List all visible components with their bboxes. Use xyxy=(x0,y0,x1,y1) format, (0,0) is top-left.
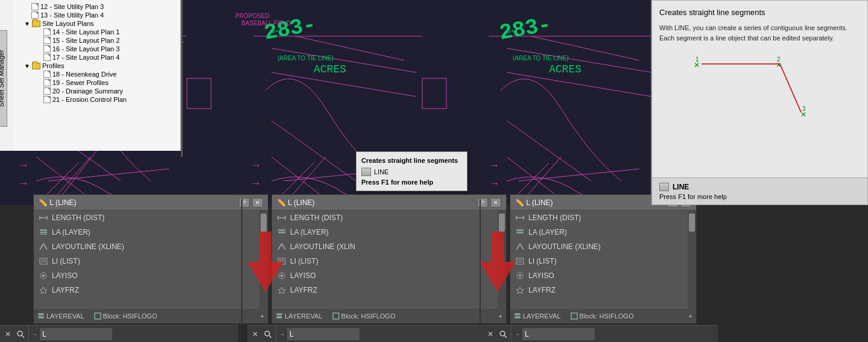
item-12-label: 12 - Site Utility Plan 3 xyxy=(40,3,104,10)
scrollbar-middle[interactable] xyxy=(498,211,506,309)
sidebar-item-15[interactable]: 15 - Site Layout Plan 2 xyxy=(13,36,181,45)
footer-plus-right[interactable]: + xyxy=(689,312,692,320)
svg-line-112 xyxy=(269,335,271,338)
footer-block-text-right: Block: HSIFLOGO xyxy=(580,312,634,320)
list-label-middle: LI (LIST) xyxy=(290,257,318,265)
cmd-item-layiso-right[interactable]: LAYISO xyxy=(510,268,696,283)
cmd-close-btn-middle[interactable]: ✕ xyxy=(490,198,501,207)
cmd-item-layfrz-left[interactable]: LAYFRZ xyxy=(34,283,268,297)
sidebar-item-18[interactable]: 18 - Nesenkeag Drive xyxy=(13,70,181,78)
cmd-item-length-right[interactable]: LENGTH (DIST) xyxy=(510,211,696,225)
cmd-help-btn-middle[interactable]: ? xyxy=(477,198,488,207)
svg-text:283-: 283- xyxy=(262,12,318,45)
layiso-label-right: LAYISO xyxy=(528,271,554,280)
svg-rect-64 xyxy=(38,313,44,315)
svg-line-24 xyxy=(507,121,591,181)
sidebar-item-16[interactable]: 16 - Site Layout Plan 3 xyxy=(13,45,181,53)
cmd-bar-search-icon-left[interactable] xyxy=(15,329,26,340)
footer-layereval-text-right: LAYEREVAL xyxy=(523,312,561,320)
cmd-item-layer-right[interactable]: LA (LAYER) xyxy=(510,225,696,239)
svg-rect-65 xyxy=(38,316,44,318)
help-diagram-svg: 1 ✕ 2 ✕ 3 ✕ xyxy=(659,52,834,124)
sidebar-item-profiles[interactable]: ▼ Profiles xyxy=(13,62,181,70)
layer-icon xyxy=(39,227,48,237)
cmd-item-layfrz-right[interactable]: LAYFRZ xyxy=(510,283,696,297)
cmd-bar-search-icon-middle[interactable] xyxy=(262,329,273,340)
cmd-bar-search-icon-right[interactable] xyxy=(498,329,508,340)
cmd-bar-right-input[interactable] xyxy=(522,328,595,340)
cmd-item-layer-middle[interactable]: LA (LAYER) xyxy=(272,225,506,239)
sheet-set-manager-tab[interactable]: Sheet Set Manager xyxy=(0,30,7,127)
cmd-bar-x-icon-right[interactable]: ✕ xyxy=(485,329,496,340)
cmd-icon-middle: ✏️ xyxy=(277,198,288,207)
tooltip-line-icon xyxy=(361,168,371,176)
length-label-right: LENGTH (DIST) xyxy=(528,214,581,222)
cmd-item-layer-left[interactable]: LA (LAYER) xyxy=(34,225,268,239)
cmd-item-length-left[interactable]: LENGTH (DIST) xyxy=(34,211,268,225)
svg-text:ACRES: ACRES xyxy=(314,63,346,75)
svg-point-94 xyxy=(519,274,521,277)
cmd-item-layiso-middle[interactable]: LAYISO xyxy=(272,268,506,283)
footer-layereval-right: LAYEREVAL xyxy=(514,312,561,320)
sidebar-item-13[interactable]: 13 - Site Utility Plan 4 xyxy=(13,11,181,19)
item-14-label: 14 - Site Layout Plan 1 xyxy=(52,28,119,36)
help-panel: Creates straight line segments With LINE… xyxy=(651,0,868,205)
xline-icon-right xyxy=(515,242,525,252)
sidebar-item-12[interactable]: 12 - Site Utility Plan 3 xyxy=(13,2,181,11)
svg-marker-95 xyxy=(516,287,524,294)
scrollbar-left[interactable] xyxy=(259,211,268,309)
help-footer-line-item: LINE xyxy=(659,183,860,191)
cmd-item-layfrz-middle[interactable]: LAYFRZ xyxy=(272,283,506,297)
sidebar-item-17[interactable]: 17 - Site Layout Plan 4 xyxy=(13,53,181,62)
svg-line-89 xyxy=(520,244,524,250)
svg-rect-71 xyxy=(278,232,285,233)
cmd-item-layiso-left[interactable]: LAYISO xyxy=(34,268,268,283)
cmd-bar-x-icon-left[interactable]: ✕ xyxy=(2,329,13,340)
scrollbar-right[interactable] xyxy=(688,211,696,309)
svg-text:PROPOSED: PROPOSED xyxy=(235,13,270,19)
layfrz-icon xyxy=(39,285,48,295)
layiso-label-middle: LAYISO xyxy=(290,271,315,280)
sidebar-item-21[interactable]: 21 - Erosion Control Plan xyxy=(13,95,181,104)
footer-plus-left[interactable]: + xyxy=(261,312,264,320)
sheet-icon-20 xyxy=(43,87,51,95)
cmd-bar-right: ✕ → xyxy=(483,325,718,342)
layfrz-icon-middle xyxy=(277,285,287,295)
cmd-bar-left-input[interactable] xyxy=(40,328,112,340)
svg-point-111 xyxy=(265,331,270,336)
svg-text:✕: ✕ xyxy=(694,61,700,69)
cmd-bar-middle-input[interactable] xyxy=(287,328,360,340)
svg-text:→: → xyxy=(250,159,261,171)
item-18-label: 18 - Nesenkeag Drive xyxy=(52,71,116,78)
tooltip-line-item: LINE xyxy=(361,168,462,176)
layfrz-icon-right xyxy=(515,285,525,295)
footer-plus-middle[interactable]: + xyxy=(499,312,502,320)
sheet-icon-12 xyxy=(31,3,39,10)
length-icon-middle xyxy=(277,213,287,223)
layer-label: LA (LAYER) xyxy=(52,228,90,236)
cmd-icon-right: ✏️ xyxy=(515,198,526,207)
xline-label-right: LAYOUTLINE (XLINE) xyxy=(528,242,601,251)
layer-label-middle: LA (LAYER) xyxy=(290,228,329,236)
sidebar-divider xyxy=(181,0,183,157)
svg-text:(AREA TO TIE LINE): (AREA TO TIE LINE) xyxy=(513,55,569,62)
cmd-item-xline-left[interactable]: LAYOUTLINE (XLINE) xyxy=(34,239,268,254)
sidebar-item-19[interactable]: 19 - Sewer Profiles xyxy=(13,78,181,87)
cmd-item-list-middle[interactable]: LI (LIST) xyxy=(272,254,506,268)
cmd-close-btn-left[interactable]: ✕ xyxy=(252,198,263,207)
footer-layereval-text-left: LAYEREVAL xyxy=(46,312,84,320)
cmd-item-list-right[interactable]: LI (LIST) xyxy=(510,254,696,268)
cmd-item-xline-middle[interactable]: LAYOUTLINE (XLIN xyxy=(272,239,506,254)
cmd-help-btn-left[interactable]: ? xyxy=(239,198,250,207)
svg-line-28 xyxy=(513,163,549,199)
cmd-item-list-left[interactable]: LI (LIST) xyxy=(34,254,268,268)
sidebar-item-20[interactable]: 20 - Drainage Summary xyxy=(13,87,181,95)
cmd-bar-x-icon-middle[interactable]: ✕ xyxy=(250,329,261,340)
cmd-item-length-middle[interactable]: LENGTH (DIST) xyxy=(272,211,506,225)
cmd-item-xline-right[interactable]: LAYOUTLINE (XLINE) xyxy=(510,239,696,254)
sidebar-item-14[interactable]: 14 - Site Layout Plan 1 xyxy=(13,28,181,36)
sidebar-item-site-layout[interactable]: ▼ Site Layout Plans xyxy=(13,19,181,28)
help-footer: LINE Press F1 for more help xyxy=(652,177,867,204)
cmd-footer-right: LAYEREVAL Block: HSIFLOGO + xyxy=(510,309,696,323)
command-panel-middle: ✏️ L (LINE) ? ✕ LENGTH (DIST) LA (LAYER)… xyxy=(271,194,507,324)
